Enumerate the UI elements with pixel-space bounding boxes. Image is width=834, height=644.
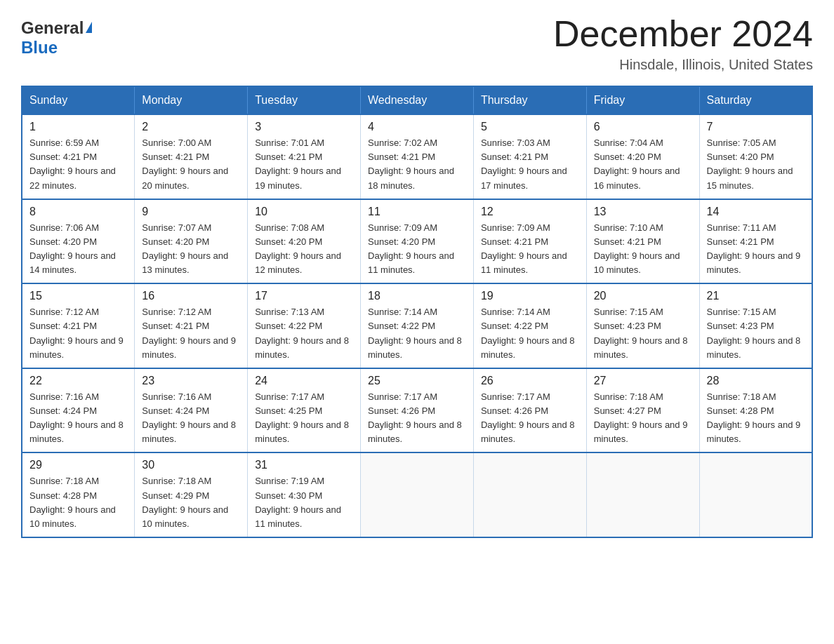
calendar-cell: 5 Sunrise: 7:03 AM Sunset: 4:21 PM Dayli… — [473, 114, 586, 199]
calendar-body: 1 Sunrise: 6:59 AM Sunset: 4:21 PM Dayli… — [22, 114, 812, 537]
day-info: Sunrise: 7:08 AM Sunset: 4:20 PM Dayligh… — [255, 221, 353, 278]
day-number: 31 — [255, 459, 353, 471]
calendar-cell: 28 Sunrise: 7:18 AM Sunset: 4:28 PM Dayl… — [699, 368, 812, 453]
calendar-cell: 7 Sunrise: 7:05 AM Sunset: 4:20 PM Dayli… — [699, 114, 812, 199]
day-number: 2 — [142, 121, 240, 133]
day-number: 1 — [29, 121, 127, 133]
day-number: 24 — [255, 375, 353, 387]
day-number: 7 — [707, 121, 805, 133]
day-info: Sunrise: 7:07 AM Sunset: 4:20 PM Dayligh… — [142, 221, 240, 278]
calendar-cell: 13 Sunrise: 7:10 AM Sunset: 4:21 PM Dayl… — [586, 199, 699, 284]
day-info: Sunrise: 7:17 AM Sunset: 4:25 PM Dayligh… — [255, 390, 353, 447]
header-sunday: Sunday — [22, 86, 135, 114]
calendar-week-4: 22 Sunrise: 7:16 AM Sunset: 4:24 PM Dayl… — [22, 368, 812, 453]
day-number: 9 — [142, 206, 240, 218]
calendar-cell: 26 Sunrise: 7:17 AM Sunset: 4:26 PM Dayl… — [473, 368, 586, 453]
calendar-cell: 18 Sunrise: 7:14 AM Sunset: 4:22 PM Dayl… — [361, 283, 474, 368]
calendar-cell: 24 Sunrise: 7:17 AM Sunset: 4:25 PM Dayl… — [248, 368, 361, 453]
day-info: Sunrise: 7:16 AM Sunset: 4:24 PM Dayligh… — [142, 390, 240, 447]
calendar-cell: 14 Sunrise: 7:11 AM Sunset: 4:21 PM Dayl… — [699, 199, 812, 284]
calendar-cell: 6 Sunrise: 7:04 AM Sunset: 4:20 PM Dayli… — [586, 114, 699, 199]
calendar-cell: 12 Sunrise: 7:09 AM Sunset: 4:21 PM Dayl… — [473, 199, 586, 284]
day-number: 17 — [255, 290, 353, 302]
day-number: 20 — [594, 290, 692, 302]
calendar-cell: 31 Sunrise: 7:19 AM Sunset: 4:30 PM Dayl… — [248, 452, 361, 537]
calendar-cell: 20 Sunrise: 7:15 AM Sunset: 4:23 PM Dayl… — [586, 283, 699, 368]
day-number: 22 — [29, 375, 127, 387]
page-header: General Blue December 2024 Hinsdale, Ill… — [21, 14, 813, 73]
day-info: Sunrise: 7:01 AM Sunset: 4:21 PM Dayligh… — [255, 136, 353, 193]
calendar-week-2: 8 Sunrise: 7:06 AM Sunset: 4:20 PM Dayli… — [22, 199, 812, 284]
calendar-cell: 16 Sunrise: 7:12 AM Sunset: 4:21 PM Dayl… — [135, 283, 248, 368]
day-info: Sunrise: 7:10 AM Sunset: 4:21 PM Dayligh… — [594, 221, 692, 278]
calendar-week-3: 15 Sunrise: 7:12 AM Sunset: 4:21 PM Dayl… — [22, 283, 812, 368]
day-number: 3 — [255, 121, 353, 133]
day-info: Sunrise: 7:00 AM Sunset: 4:21 PM Dayligh… — [142, 136, 240, 193]
weekday-row: Sunday Monday Tuesday Wednesday Thursday… — [22, 86, 812, 114]
day-info: Sunrise: 7:12 AM Sunset: 4:21 PM Dayligh… — [142, 305, 240, 362]
calendar-cell: 1 Sunrise: 6:59 AM Sunset: 4:21 PM Dayli… — [22, 114, 135, 199]
title-section: December 2024 Hinsdale, Illinois, United… — [553, 14, 813, 73]
calendar-header: Sunday Monday Tuesday Wednesday Thursday… — [22, 86, 812, 114]
day-number: 15 — [29, 290, 127, 302]
day-info: Sunrise: 7:16 AM Sunset: 4:24 PM Dayligh… — [29, 390, 127, 447]
calendar-cell: 27 Sunrise: 7:18 AM Sunset: 4:27 PM Dayl… — [586, 368, 699, 453]
day-info: Sunrise: 7:11 AM Sunset: 4:21 PM Dayligh… — [707, 221, 805, 278]
logo: General Blue — [21, 14, 92, 58]
day-info: Sunrise: 7:18 AM Sunset: 4:27 PM Dayligh… — [594, 390, 692, 447]
day-info: Sunrise: 7:15 AM Sunset: 4:23 PM Dayligh… — [594, 305, 692, 362]
calendar-cell: 10 Sunrise: 7:08 AM Sunset: 4:20 PM Dayl… — [248, 199, 361, 284]
logo-blue-text: Blue — [21, 38, 58, 57]
day-number: 12 — [481, 206, 579, 218]
header-saturday: Saturday — [699, 86, 812, 114]
calendar-cell: 17 Sunrise: 7:13 AM Sunset: 4:22 PM Dayl… — [248, 283, 361, 368]
calendar-cell: 2 Sunrise: 7:00 AM Sunset: 4:21 PM Dayli… — [135, 114, 248, 199]
day-number: 6 — [594, 121, 692, 133]
calendar-cell: 22 Sunrise: 7:16 AM Sunset: 4:24 PM Dayl… — [22, 368, 135, 453]
calendar-cell — [699, 452, 812, 537]
day-number: 23 — [142, 375, 240, 387]
calendar-cell: 21 Sunrise: 7:15 AM Sunset: 4:23 PM Dayl… — [699, 283, 812, 368]
calendar-week-1: 1 Sunrise: 6:59 AM Sunset: 4:21 PM Dayli… — [22, 114, 812, 199]
day-info: Sunrise: 7:18 AM Sunset: 4:28 PM Dayligh… — [707, 390, 805, 447]
calendar-cell: 9 Sunrise: 7:07 AM Sunset: 4:20 PM Dayli… — [135, 199, 248, 284]
day-number: 8 — [29, 206, 127, 218]
day-info: Sunrise: 7:13 AM Sunset: 4:22 PM Dayligh… — [255, 305, 353, 362]
header-wednesday: Wednesday — [361, 86, 474, 114]
logo-general-text: General — [21, 18, 84, 38]
day-number: 10 — [255, 206, 353, 218]
day-number: 18 — [368, 290, 466, 302]
day-number: 25 — [368, 375, 466, 387]
month-title: December 2024 — [553, 14, 813, 54]
day-number: 4 — [368, 121, 466, 133]
day-number: 30 — [142, 459, 240, 471]
day-number: 16 — [142, 290, 240, 302]
calendar-cell: 11 Sunrise: 7:09 AM Sunset: 4:20 PM Dayl… — [361, 199, 474, 284]
logo-triangle-icon — [86, 22, 92, 33]
day-number: 26 — [481, 375, 579, 387]
day-info: Sunrise: 7:06 AM Sunset: 4:20 PM Dayligh… — [29, 221, 127, 278]
day-info: Sunrise: 7:09 AM Sunset: 4:21 PM Dayligh… — [481, 221, 579, 278]
calendar-cell: 30 Sunrise: 7:18 AM Sunset: 4:29 PM Dayl… — [135, 452, 248, 537]
header-tuesday: Tuesday — [248, 86, 361, 114]
day-number: 13 — [594, 206, 692, 218]
day-info: Sunrise: 7:05 AM Sunset: 4:20 PM Dayligh… — [707, 136, 805, 193]
day-number: 21 — [707, 290, 805, 302]
day-info: Sunrise: 7:18 AM Sunset: 4:29 PM Dayligh… — [142, 474, 240, 531]
calendar-week-5: 29 Sunrise: 7:18 AM Sunset: 4:28 PM Dayl… — [22, 452, 812, 537]
day-info: Sunrise: 6:59 AM Sunset: 4:21 PM Dayligh… — [29, 136, 127, 193]
calendar-cell: 25 Sunrise: 7:17 AM Sunset: 4:26 PM Dayl… — [361, 368, 474, 453]
day-number: 27 — [594, 375, 692, 387]
calendar-cell: 8 Sunrise: 7:06 AM Sunset: 4:20 PM Dayli… — [22, 199, 135, 284]
calendar-cell: 3 Sunrise: 7:01 AM Sunset: 4:21 PM Dayli… — [248, 114, 361, 199]
calendar-cell: 29 Sunrise: 7:18 AM Sunset: 4:28 PM Dayl… — [22, 452, 135, 537]
day-info: Sunrise: 7:17 AM Sunset: 4:26 PM Dayligh… — [368, 390, 466, 447]
day-number: 28 — [707, 375, 805, 387]
calendar-cell — [361, 452, 474, 537]
calendar-cell — [586, 452, 699, 537]
day-info: Sunrise: 7:04 AM Sunset: 4:20 PM Dayligh… — [594, 136, 692, 193]
calendar-cell: 15 Sunrise: 7:12 AM Sunset: 4:21 PM Dayl… — [22, 283, 135, 368]
header-monday: Monday — [135, 86, 248, 114]
day-info: Sunrise: 7:03 AM Sunset: 4:21 PM Dayligh… — [481, 136, 579, 193]
day-number: 11 — [368, 206, 466, 218]
